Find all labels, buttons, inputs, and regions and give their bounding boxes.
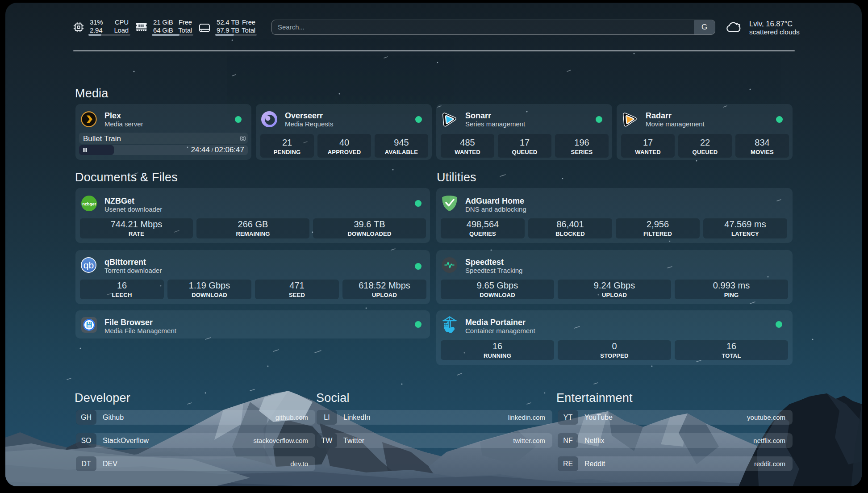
svg-text:qb: qb bbox=[83, 260, 94, 270]
svg-text:nzbget: nzbget bbox=[82, 201, 96, 206]
